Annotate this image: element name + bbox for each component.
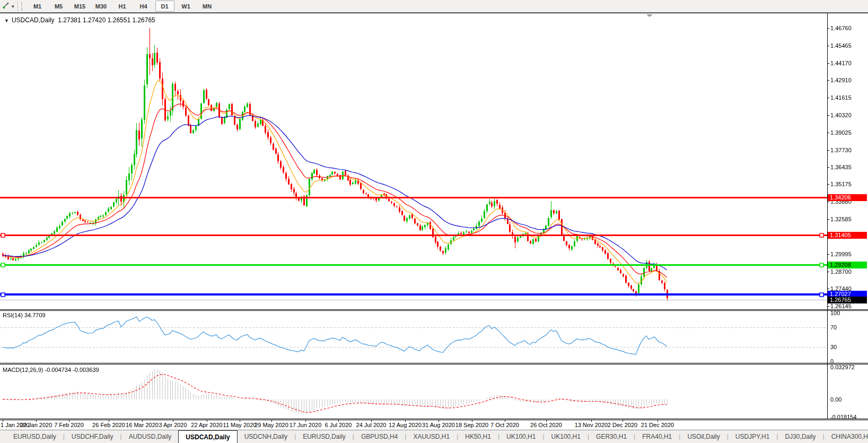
macd-axis-label: 0.00 xyxy=(830,396,841,403)
date-axis[interactable]: 1 Jan 202020 Jan 20207 Feb 202026 Feb 20… xyxy=(0,420,868,430)
date-axis-label: 11 May 2020 xyxy=(223,422,257,428)
date-axis-label: 18 Sep 2020 xyxy=(455,422,488,428)
price-axis-label: 1.29995 xyxy=(830,251,852,257)
price-axis-label: 1.28700 xyxy=(830,268,852,275)
chart-tab-uk100-h1[interactable]: UK100,H1 xyxy=(499,430,542,443)
date-axis-label: 7 Feb 2020 xyxy=(54,422,84,428)
chart-tab-fra40-h1[interactable]: FRA40,H1 xyxy=(635,430,679,443)
chart-tab-usdcnh-daily[interactable]: USDCNH,Daily xyxy=(238,430,294,443)
price-axis-label: 1.39025 xyxy=(830,129,852,136)
price-axis-label: 1.36435 xyxy=(830,164,852,170)
chart-tab-bar: EURUSD,Daily|USDCHF,Daily|AUDUSD,DailyUS… xyxy=(0,430,868,443)
chart-tab-eurusd-daily[interactable]: EURUSD,Daily xyxy=(296,430,353,443)
chart-area: ▼USDCAD,Daily 1.27381 1.27420 1.26551 1.… xyxy=(0,13,868,420)
collapse-triangle-icon[interactable]: ▼ xyxy=(4,18,9,23)
chart-tab-ger30-h1[interactable]: GER30,H1 xyxy=(589,430,634,443)
date-axis-label: 6 Jul 2020 xyxy=(325,422,352,428)
rsi-axis-label: 30 xyxy=(830,344,837,350)
chart-tab-usdchf-daily[interactable]: USDCHF,Daily xyxy=(65,430,120,443)
macd-axis-label: 0.032972 xyxy=(830,364,855,370)
timeframe-button-m15[interactable]: M15 xyxy=(71,1,90,12)
timeframe-button-m30[interactable]: M30 xyxy=(92,1,111,12)
date-axis-label: 24 Jul 2020 xyxy=(356,422,387,428)
date-axis-label: 13 Nov 2020 xyxy=(575,422,608,428)
macd-axis-label: -0.018154 xyxy=(830,414,857,420)
chart-tab-hk50-h1[interactable]: HK50,H1 xyxy=(458,430,498,443)
price-chart-canvas[interactable] xyxy=(0,13,868,420)
chart-title: ▼USDCAD,Daily 1.27381 1.27420 1.26551 1.… xyxy=(4,16,155,24)
level-price-badge: 1.29208 xyxy=(828,262,867,268)
chart-tab-usdcad-daily[interactable]: USDCAD,Daily xyxy=(178,430,237,443)
chevron-down-icon: ▾ xyxy=(12,4,14,9)
timeframe-toolbar: ▾ M1M5M15M30H1H4D1W1MN xyxy=(0,0,868,13)
date-axis-label: 31 Aug 2020 xyxy=(422,422,455,428)
date-axis-label: 26 Oct 2020 xyxy=(530,422,562,428)
rsi-axis-label: 100 xyxy=(830,310,840,316)
level-price-badge: 1.34206 xyxy=(828,194,867,201)
cursor-tool-button[interactable]: ▾ xyxy=(0,0,16,12)
chart-tab-usdjpy-h1[interactable]: USDJPY,H1 xyxy=(729,430,776,443)
macd-indicator-label: MACD(12,26,9) -0.004734 -0.003639 xyxy=(3,367,99,373)
chart-tab-dj30-daily[interactable]: DJ30,Daily xyxy=(778,430,822,443)
timeframe-button-m1[interactable]: M1 xyxy=(28,1,47,12)
trading-platform-window: ▾ M1M5M15M30H1H4D1W1MN ▼USDCAD,Daily 1.2… xyxy=(0,0,868,443)
rsi-indicator-label: RSI(14) 34.7709 xyxy=(3,312,46,318)
price-axis-label: 1.42910 xyxy=(830,77,852,83)
toolbar-grip-handle[interactable] xyxy=(21,2,24,11)
date-axis-label: 21 Dec 2020 xyxy=(641,422,674,428)
price-axis-label: 1.40320 xyxy=(830,112,852,118)
timeframe-button-d1[interactable]: D1 xyxy=(155,1,174,12)
price-axis-label: 1.44170 xyxy=(830,60,852,66)
chart-tab-eurusd-daily[interactable]: EURUSD,Daily xyxy=(6,430,63,443)
price-axis-label: 1.41615 xyxy=(830,94,852,101)
chart-tab-usoil-daily[interactable]: USOil,Daily xyxy=(680,430,726,443)
chart-tab-uk100-h1[interactable]: UK100,H1 xyxy=(545,430,588,443)
date-axis-label: 3 Apr 2020 xyxy=(159,422,187,428)
date-axis-label: 20 Jan 2020 xyxy=(20,422,52,428)
price-axis-label: 1.26145 xyxy=(830,303,852,309)
timeframe-button-h4[interactable]: H4 xyxy=(134,1,153,12)
chart-ohlc-values: 1.27381 1.27420 1.26551 1.26765 xyxy=(58,16,155,24)
date-axis-label: 17 Jun 2020 xyxy=(290,422,322,428)
cursor-tool-icon xyxy=(2,1,10,11)
timeframe-button-w1[interactable]: W1 xyxy=(177,1,196,12)
chart-tab-xauusd-h1[interactable]: XAUUSD,H1 xyxy=(406,430,457,443)
date-axis-label: 29 May 2020 xyxy=(255,422,288,428)
date-axis-label: 16 Mar 2020 xyxy=(126,422,159,428)
chart-tab-audusd-daily[interactable]: AUDUSD,Daily xyxy=(122,430,179,443)
toolbar-separator xyxy=(17,1,18,12)
chart-symbol-label: USDCAD,Daily xyxy=(12,16,55,24)
chart-tab-gbpusd-h4[interactable]: GBPUSD,H4 xyxy=(354,430,405,443)
price-axis-label: 1.46760 xyxy=(830,25,852,31)
date-axis-label: 12 Aug 2020 xyxy=(389,422,422,428)
rsi-axis-label: 70 xyxy=(830,324,837,331)
timeframe-buttons: M1M5M15M30H1H4D1W1MN xyxy=(27,1,218,12)
date-axis-label: 22 Apr 2020 xyxy=(191,422,222,428)
timeframe-button-m5[interactable]: M5 xyxy=(49,1,68,12)
current-bid-badge: 1.26765 xyxy=(828,297,867,303)
timeframe-button-mn[interactable]: MN xyxy=(198,1,217,12)
timeframe-button-h1[interactable]: H1 xyxy=(113,1,132,12)
date-axis-label: 7 Oct 2020 xyxy=(490,422,519,428)
date-axis-label: 2 Dec 2020 xyxy=(608,422,637,428)
price-axis-label: 1.35175 xyxy=(830,181,852,187)
date-axis-label: 26 Feb 2020 xyxy=(92,422,125,428)
level-price-badge: 1.31405 xyxy=(828,232,867,239)
price-axis-label: 1.45465 xyxy=(830,42,852,49)
price-axis-label: 1.32585 xyxy=(830,216,852,222)
price-axis-label: 1.37730 xyxy=(830,147,852,153)
chart-tab-china300-h1[interactable]: CHINA300,H1 xyxy=(825,430,868,443)
